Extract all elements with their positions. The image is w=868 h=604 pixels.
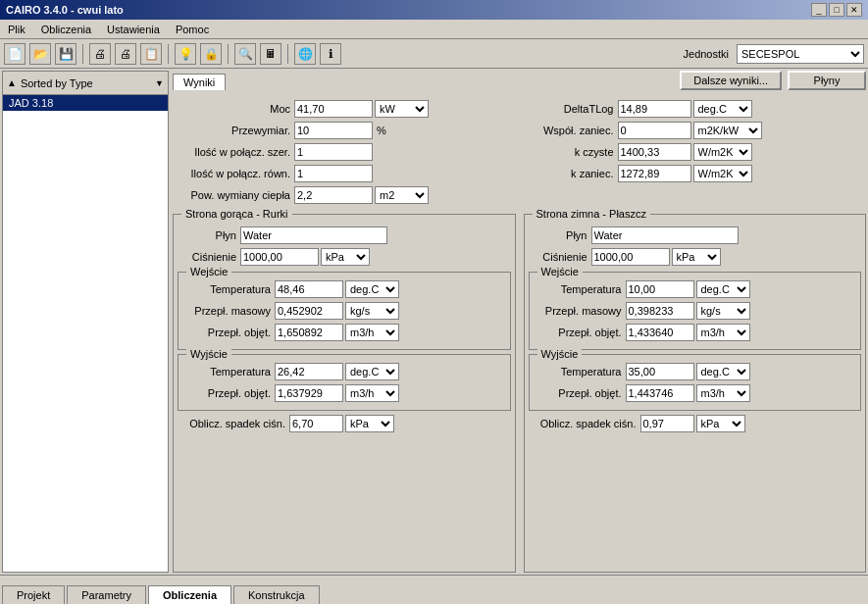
cold-temp-out-unit[interactable]: deg.C [696,363,750,380]
hot-fluid-input[interactable] [240,226,387,244]
cold-pressure-label: Ciśnienie [529,251,587,263]
cold-flow-vol-out-input[interactable] [626,384,694,402]
cold-temp-in-label: Temperatura [534,283,622,295]
pow-unit-select[interactable]: m2 [375,186,429,204]
sort-up-icon[interactable]: ▲ [7,77,17,88]
minimize-button[interactable]: _ [811,3,827,17]
hot-pressure-drop-input[interactable] [289,415,343,432]
hot-temp-out-unit[interactable]: deg.C [345,363,399,380]
hot-pressure-label: Ciśnienie [178,251,236,263]
ilosc-szer-row: Ilość w połącz. szer. [173,143,514,161]
deltaT-input[interactable] [618,100,691,118]
cold-flow-vol-unit[interactable]: m3/h [696,324,750,341]
window-title: CAIRO 3.4.0 - cwui lato [6,4,124,16]
tab-konstrukcja[interactable]: Konstrukcja [233,585,319,604]
tab-projekt[interactable]: Projekt [2,585,65,604]
cold-flow-vol-out-row: Przepł. objęt. m3/h [534,384,857,402]
k-zaniec-input[interactable] [618,165,691,182]
units-select[interactable]: SECESPOL [737,44,864,64]
print-button[interactable]: 🖨 [115,43,136,65]
moc-unit-select[interactable]: kW [375,100,429,118]
open-button[interactable]: 📂 [29,43,51,65]
hot-flow-mass-label: Przepł. masowy [182,305,271,317]
cold-temp-in-unit[interactable]: deg.C [696,280,750,298]
hot-flow-vol-unit[interactable]: m3/h [345,324,399,341]
pow-label: Pow. wymiany ciepła [173,189,290,201]
cold-flow-mass-unit[interactable]: kg/s [696,302,750,320]
k-zaniec-unit-select[interactable]: W/m2K [693,165,752,182]
cold-flow-vol-input[interactable] [626,324,694,341]
cold-temp-out-row: Temperatura deg.C [534,363,857,380]
copy-button[interactable]: 📋 [140,43,162,65]
cold-pressure-row: Ciśnienie kPa [529,248,862,266]
search-button[interactable]: 🔍 [234,43,256,65]
hot-temp-in-input[interactable] [275,280,343,298]
cold-pressure-input[interactable] [591,248,670,266]
ilosc-row-input[interactable] [294,165,373,182]
cold-temp-out-input[interactable] [626,363,694,380]
cold-pressure-drop-unit[interactable]: kPa [696,415,745,432]
hot-inlet-group: Wejście Temperatura deg.C Przepł. masowy… [178,272,511,350]
left-panel-item[interactable]: JAD 3.18 [3,95,168,111]
cold-flow-vol-label: Przepł. objęt. [534,327,622,338]
k-czyste-unit-select[interactable]: W/m2K [693,143,752,161]
hot-flow-vol-out-unit[interactable]: m3/h [345,384,399,402]
deltaT-unit-select[interactable]: deg.C [693,100,752,118]
results-tab[interactable]: Wyniki [173,74,226,90]
sort-dropdown-icon[interactable]: ▼ [155,78,164,88]
maximize-button[interactable]: □ [829,3,844,17]
ilosc-szer-input[interactable] [294,143,373,161]
pow-input[interactable] [294,186,373,204]
ilosc-row-label: Ilość w połącz. równ. [173,168,290,179]
cold-flow-mass-input[interactable] [626,302,694,320]
menu-ustawienia[interactable]: Ustawienia [103,23,164,36]
k-czyste-label: k czyste [526,146,614,158]
hot-flow-mass-unit[interactable]: kg/s [345,302,399,320]
hot-flow-vol-input[interactable] [275,324,343,341]
top-action-bar: Dalsze wyniki... Płyny [680,71,866,90]
globe-button[interactable]: 🌐 [294,43,316,65]
hot-temp-out-input[interactable] [275,363,343,380]
cold-temp-in-input[interactable] [626,280,694,298]
hot-flow-vol-out-input[interactable] [275,384,343,402]
hot-flow-mass-input[interactable] [275,302,343,320]
sort-label: Sorted by Type [21,77,151,89]
hot-pressure-unit-select[interactable]: kPa [321,248,370,266]
separator-3 [228,44,229,64]
hot-pressure-drop-unit[interactable]: kPa [345,415,394,432]
hot-pressure-input[interactable] [240,248,319,266]
save-button[interactable]: 💾 [55,43,77,65]
hot-fluid-row: Płyn [178,226,511,244]
dalsze-wyniki-button[interactable]: Dalsze wyniki... [680,71,782,90]
tab-obliczenia[interactable]: Obliczenia [148,585,231,604]
toolbar: 📄 📂 💾 🖨 🖨 📋 💡 🔒 🔍 🖩 🌐 ℹ Jednostki SECESP… [0,39,868,69]
k-czyste-input[interactable] [618,143,691,161]
k-zaniec-row: k zaniec. W/m2K [526,165,867,182]
wspl-input[interactable] [618,122,691,139]
light-bulb-button[interactable]: 💡 [175,43,196,65]
przewymiar-input[interactable] [294,122,373,139]
moc-input[interactable] [294,100,373,118]
ilosc-row-row: Ilość w połącz. równ. [173,165,514,182]
k-czyste-row: k czyste W/m2K [526,143,867,161]
menu-obliczenia[interactable]: Obliczenia [37,23,95,36]
tab-parametry[interactable]: Parametry [67,585,146,604]
cold-flow-vol-out-unit[interactable]: m3/h [696,384,750,402]
plyny-button[interactable]: Płyny [788,71,866,90]
info-button[interactable]: ℹ [320,43,341,65]
cold-flow-vol-row: Przepł. objęt. m3/h [534,324,857,341]
menu-plik[interactable]: Plik [4,23,29,36]
cold-pressure-drop-input[interactable] [640,415,694,432]
hot-temp-in-label: Temperatura [182,283,271,295]
calc-button[interactable]: 🖩 [260,43,281,65]
print-preview-button[interactable]: 🖨 [89,43,111,65]
cold-pressure-unit-select[interactable]: kPa [672,248,721,266]
new-button[interactable]: 📄 [4,43,26,65]
przewymiar-label: Przewymiar. [173,125,290,136]
wspl-unit-select[interactable]: m2K/kW [693,122,762,139]
menu-pomoc[interactable]: Pomoc [172,23,213,36]
lock-button[interactable]: 🔒 [200,43,222,65]
close-button[interactable]: ✕ [846,3,862,17]
cold-fluid-input[interactable] [591,226,739,244]
hot-temp-in-unit[interactable]: deg.C [345,280,399,298]
